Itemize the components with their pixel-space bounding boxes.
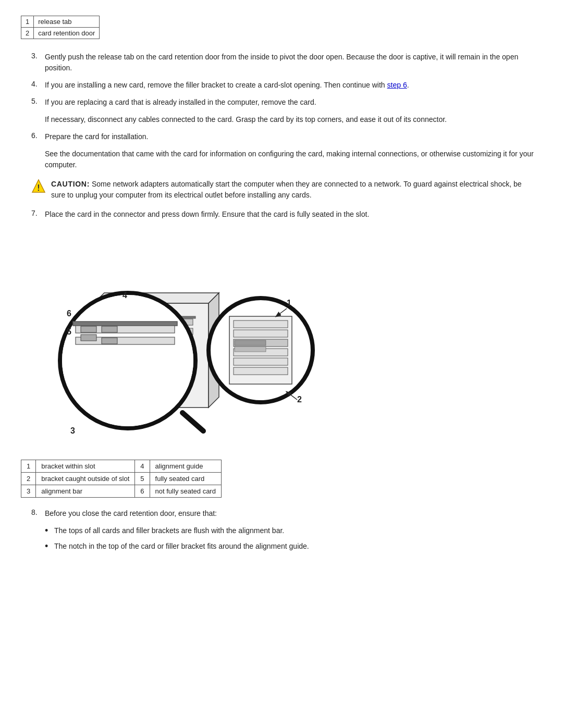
caution-label: CAUTION: [51,180,90,188]
bullet-item: •The tops of all cards and filler bracke… [45,525,542,537]
top-legend-row: 2 card retention door [21,28,100,39]
diagram-label-6: 6 [67,309,71,318]
step-3-text: Gently push the release tab on the card … [45,52,542,73]
legend-label: alignment guide [150,460,221,473]
bullet-dot: • [45,525,54,537]
svg-rect-31 [234,367,288,375]
diagram-label-2: 2 [297,395,302,404]
legend-label: fully seated card [150,473,221,485]
step-6-text: Prepare the card for installation. [45,131,148,142]
svg-point-13 [62,295,193,426]
step-3-num: 3. [31,52,45,73]
bullet-text: The notch in the top of the card or fill… [54,541,309,552]
legend-label: bracket caught outside of slot [36,473,135,485]
step-4-text-before: If you are installing a new card, remove… [45,81,387,89]
diagram-label-3: 3 [70,426,75,435]
caution-icon: ! [31,179,46,193]
step-6-link[interactable]: step 6 [387,81,407,89]
legend-label: not fully seated card [150,485,221,498]
step-3: 3. Gently push the release tab on the ca… [21,52,542,73]
svg-text:!: ! [37,183,40,192]
step-6: 6. Prepare the card for installation. [21,131,542,142]
legend-num: 3 [21,485,36,498]
diagram-label-4: 4 [123,291,127,300]
bullet-text: The tops of all cards and filler bracket… [54,525,284,536]
step-5: 5. If you are replacing a card that is a… [21,97,542,108]
step-8-num: 8. [31,508,45,519]
step-8-text: Before you close the card retention door… [45,508,217,519]
caution-block: ! CAUTION: Some network adapters automat… [31,179,532,201]
svg-rect-29 [235,347,266,352]
step-6-num: 6. [31,131,45,142]
step-4-num: 4. [31,80,45,91]
svg-rect-14 [73,322,177,326]
legend-num: 2 [21,28,34,39]
step-8: 8. Before you close the card retention d… [21,508,542,519]
legend-num: 6 [135,485,150,498]
svg-rect-24 [234,320,288,328]
bottom-legend-row: 3 alignment bar 6 not fully seated card [21,485,222,498]
legend-num: 4 [135,460,150,473]
legend-label: alignment bar [36,485,135,498]
legend-num: 1 [21,460,36,473]
steps-section: 3. Gently push the release tab on the ca… [21,52,542,108]
diagram-svg: 1 2 3 4 5 6 [31,230,344,449]
step-5-num: 5. [31,97,45,108]
caution-text: CAUTION: Some network adapters automatic… [51,179,532,201]
svg-rect-30 [234,358,288,365]
svg-rect-27 [235,340,266,346]
bottom-legend-row: 2 bracket caught outside of slot 5 fully… [21,473,222,485]
legend-num: 1 [21,16,34,28]
bottom-legend-table: 1 bracket within slot 4 alignment guide … [21,460,222,498]
step-7-text: Place the card in the connector and pres… [45,209,369,220]
diagram-label-1: 1 [287,299,291,307]
legend-label: release tab [34,16,100,28]
diagram-label-5: 5 [67,327,71,336]
legend-num: 2 [21,473,36,485]
step-4: 4. If you are installing a new card, rem… [21,80,542,91]
indented-para-2: See the documentation that came with the… [45,149,542,170]
svg-rect-20 [102,338,117,344]
bullet-dot: • [45,541,54,552]
caution-body: Some network adapters automatically star… [51,180,522,199]
svg-rect-25 [234,330,288,337]
diagram-container: 1 2 3 4 5 6 [31,230,344,449]
step-5-text: If you are replacing a card that is alre… [45,97,316,108]
bottom-legend-row: 1 bracket within slot 4 alignment guide [21,460,222,473]
legend-label: card retention door [34,28,100,39]
svg-rect-16 [81,326,96,332]
indented-para-1: If necessary, disconnect any cables conn… [45,114,542,125]
top-legend-table: 1 release tab 2 card retention door [21,16,100,39]
top-legend-row: 1 release tab [21,16,100,28]
svg-rect-19 [81,335,96,341]
legend-num: 5 [135,473,150,485]
legend-label: bracket within slot [36,460,135,473]
step-7: 7. Place the card in the connector and p… [21,209,542,220]
svg-line-21 [182,413,203,431]
step-4-text-after: . [407,81,409,89]
svg-rect-17 [102,326,117,332]
step-7-num: 7. [31,209,45,220]
bullet-section: •The tops of all cards and filler bracke… [45,525,542,552]
bullet-item: •The notch in the top of the card or fil… [45,541,542,552]
step-4-text: If you are installing a new card, remove… [45,80,409,91]
